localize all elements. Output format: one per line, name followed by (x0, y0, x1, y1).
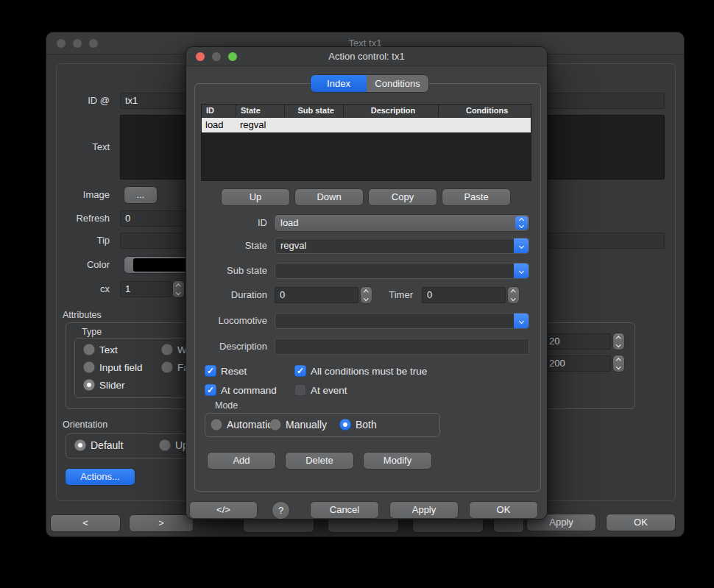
action-control-dialog: Action control: tx1 Index Conditions ID … (185, 46, 548, 520)
up-button[interactable]: Up (222, 189, 289, 205)
checkbox-all-conditions-label: All conditions must be true (311, 365, 427, 378)
checkbox-at-event[interactable] (294, 384, 306, 396)
form-state-value: regval (280, 238, 306, 253)
radio-type-text-label: Text (99, 344, 118, 356)
dialog-title: Action control: tx1 (186, 49, 547, 65)
help-button[interactable]: ? (272, 502, 289, 519)
table-row[interactable]: load regval (202, 118, 531, 132)
stepper-up-icon (616, 358, 621, 363)
radio-type-text[interactable] (83, 344, 95, 355)
image-browse-button[interactable]: ... (124, 187, 157, 203)
delete-button[interactable]: Delete (286, 453, 353, 469)
cx-label: cx (46, 281, 110, 297)
form-id-value: load (280, 215, 299, 231)
column-header-conditions[interactable]: Conditions (439, 105, 531, 117)
actions-table: ID State Sub state Description Condition… (201, 104, 531, 181)
stepper-up-icon (511, 290, 515, 294)
form-duration-field[interactable]: 0 (275, 287, 358, 303)
cell-id: load (202, 118, 236, 132)
check-icon: ✓ (297, 366, 304, 376)
copy-button[interactable]: Copy (369, 189, 436, 205)
ok-button[interactable]: OK (470, 502, 537, 518)
stepper-down-icon (616, 342, 621, 347)
down-button[interactable]: Down (295, 189, 363, 205)
radio-type-fa[interactable] (161, 361, 173, 373)
attributes-label: Attributes (63, 307, 102, 323)
cx-field[interactable]: 1 (120, 281, 172, 297)
radio-mode-automatic-label: Automatic (227, 419, 272, 431)
combo-updown-icon[interactable] (515, 216, 528, 230)
nav-next-button[interactable]: > (130, 515, 193, 531)
image-label: Image (46, 187, 110, 203)
form-description-label: Description (186, 339, 267, 355)
code-button[interactable]: </> (190, 502, 257, 518)
orientation-label: Orientation (63, 418, 107, 431)
radio-type-slider-label: Slider (99, 379, 125, 392)
radio-type-slider[interactable] (83, 379, 95, 391)
paste-button[interactable]: Paste (442, 189, 510, 205)
stepper-down-icon (176, 290, 180, 294)
chevron-down-icon (518, 243, 523, 248)
radio-orientation-up[interactable] (159, 439, 171, 451)
checkbox-reset[interactable]: ✓ (205, 365, 216, 377)
size-field-1-stepper[interactable] (613, 333, 624, 350)
combo-dropdown-icon[interactable] (514, 263, 529, 278)
form-timer-field[interactable]: 0 (422, 287, 506, 303)
stepper-down-icon (616, 364, 621, 369)
form-state-combobox[interactable]: regval (275, 238, 529, 254)
column-header-sub-state[interactable]: Sub state (285, 105, 344, 117)
chevron-down-icon (518, 268, 523, 273)
apply-button[interactable]: Apply (390, 502, 458, 518)
tab-index[interactable]: Index (311, 75, 367, 92)
checkbox-reset-label: Reset (221, 365, 247, 378)
form-locomotive-combobox[interactable] (275, 313, 529, 329)
radio-type-input-field[interactable] (83, 361, 95, 373)
checkbox-at-command[interactable]: ✓ (205, 384, 216, 396)
form-sub-state-combobox[interactable] (275, 263, 529, 279)
cell-conditions (439, 118, 531, 132)
form-state-label: State (186, 238, 267, 254)
tab-conditions[interactable]: Conditions (367, 75, 428, 92)
tab-bar: Index Conditions (311, 75, 428, 92)
modify-button[interactable]: Modify (364, 453, 431, 469)
timer-stepper[interactable] (508, 287, 519, 303)
color-label: Color (46, 257, 110, 273)
stepper-down-icon (511, 296, 515, 300)
stepper-up-icon (176, 284, 180, 288)
mode-label: Mode (215, 399, 238, 412)
stepper-up-icon (616, 336, 621, 341)
column-header-id[interactable]: ID (202, 105, 236, 117)
add-button[interactable]: Add (208, 453, 275, 469)
size-field-2[interactable]: 200 (544, 355, 611, 372)
cancel-button[interactable]: Cancel (311, 502, 378, 518)
form-sub-state-label: Sub state (186, 263, 267, 279)
radio-mode-both-label: Both (356, 419, 377, 431)
refresh-label: Refresh (46, 210, 110, 227)
radio-mode-both[interactable] (339, 419, 351, 431)
table-header: ID State Sub state Description Condition… (202, 105, 531, 118)
form-description-field[interactable] (275, 339, 529, 355)
ok-button[interactable]: OK (607, 514, 675, 531)
size-field-2-stepper[interactable] (613, 355, 624, 372)
cx-stepper[interactable] (173, 281, 184, 297)
radio-type-w[interactable] (161, 344, 173, 355)
column-header-description[interactable]: Description (344, 105, 439, 117)
column-header-state[interactable]: State (236, 105, 285, 117)
chevron-down-icon (518, 318, 523, 323)
size-field-1[interactable]: 20 (544, 333, 611, 350)
actions-button[interactable]: Actions... (66, 469, 135, 485)
form-id-combobox[interactable]: load (275, 215, 529, 231)
nav-prev-button[interactable]: < (51, 515, 120, 531)
cell-description (344, 118, 439, 132)
radio-orientation-default[interactable] (74, 439, 86, 451)
text-label: Text (46, 139, 110, 155)
check-icon: ✓ (207, 385, 214, 395)
combo-dropdown-icon[interactable] (514, 238, 529, 253)
checkbox-all-conditions[interactable]: ✓ (294, 365, 306, 377)
radio-orientation-default-label: Default (91, 439, 123, 452)
radio-mode-automatic[interactable] (211, 419, 222, 431)
form-locomotive-label: Locomotive (186, 313, 267, 329)
radio-mode-manually[interactable] (269, 419, 281, 431)
combo-dropdown-icon[interactable] (514, 314, 529, 328)
form-duration-label: Duration (186, 287, 267, 303)
